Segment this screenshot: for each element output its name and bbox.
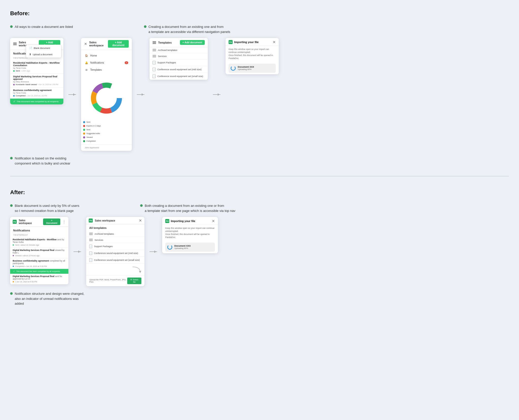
template-item-support[interactable]: 📄 Support Packages <box>150 59 208 66</box>
after-status-dot-3 <box>13 266 14 267</box>
three-dots-icon[interactable]: ⋮ <box>62 220 66 224</box>
legend-dot-suggested <box>83 133 85 135</box>
doc-name: Document XXX <box>238 66 254 68</box>
before-mockup3-title: Templates <box>158 41 172 44</box>
annotation-dot2 <box>144 25 146 28</box>
template-item-archived[interactable]: Archived templates <box>150 47 208 53</box>
after-notif-item-2: Digital Marketing Services Proposal fina… <box>10 248 68 258</box>
notif-item-1: Residential Habilitation Experts - Workf… <box>10 60 63 74</box>
after-status-dot-extra <box>13 281 14 282</box>
close-icon[interactable]: ✕ <box>84 42 87 46</box>
after-annotation-dot1 <box>10 204 13 207</box>
after-annotation3: Notification structure and design were c… <box>10 291 86 306</box>
after-notif-date: YESTERDAY <box>10 233 68 237</box>
legend-viewed: Viewed <box>83 136 130 138</box>
after-notif-meta-1: Sent • about 10 minutes ago <box>13 244 66 246</box>
import-close-icon[interactable]: ✕ <box>273 40 276 44</box>
before-mockup2-add-btn[interactable]: + Add document <box>108 40 129 48</box>
progress-spinner <box>231 66 236 71</box>
after-template-support[interactable]: 📄 Support Packages <box>86 243 144 250</box>
after-mockup2: Pd Sales workspace ✕ All templates Archi… <box>86 217 144 286</box>
after-template-archived[interactable]: Archived templates <box>86 231 144 237</box>
after-template-services[interactable]: Services <box>86 237 144 243</box>
folder-icon-archived <box>153 49 156 51</box>
nav-list: 🏠 Home 🔔 Notifications 4 ⊞ Templates <box>81 50 132 75</box>
after-import-header: Pd Importing your file ✕ <box>162 217 218 225</box>
upload-pct: Uploading 80% <box>238 68 254 70</box>
notif-doc-by-3: by Taras Kuba <box>13 92 60 94</box>
doc-icon-support: 📄 <box>153 61 156 64</box>
after-status-dot-1 <box>13 244 14 246</box>
chart-legend: Sent Expires in 3 days Sent Suggested ed… <box>81 121 132 144</box>
nav-item-home[interactable]: 🏠 Home <box>81 52 132 59</box>
after-annotation1: Blank document is used only by 5% of use… <box>10 203 79 213</box>
before-mockup1: Sales workspace + Add document Notificat… <box>10 38 63 104</box>
select-file-btn[interactable]: ⬆ Select file <box>127 278 141 284</box>
after-import-close[interactable]: ✕ <box>212 219 215 223</box>
template-item-services[interactable]: Services <box>150 53 208 59</box>
after-doc-icon-conf-mid: 📄 <box>89 251 92 255</box>
donut-chart <box>83 77 130 119</box>
after-annotation-dot2 <box>140 204 143 207</box>
notif-doc-by-1: by Taras Kuba <box>13 67 60 69</box>
template-icon: ⊞ <box>85 68 88 71</box>
after-notif-title-2: Digital Marketing Services Proposal fina… <box>13 249 66 254</box>
after-arrow-line-2 <box>150 251 157 252</box>
notif-badge: 4 <box>125 61 128 64</box>
after-doc-name: Document XXX <box>174 245 191 247</box>
notif-status-3: Completed • Jun 19, 2023 at 1:30 PM <box>13 95 60 97</box>
after-template-conf-small[interactable]: 📄 Conference sound equipment set (small … <box>86 257 144 264</box>
after-template-conf-mid[interactable]: 📄 Conference sound equipment set (mid si… <box>86 250 144 257</box>
notif-doc-title-2: Digital Marketing Services Proposal fina… <box>13 75 60 80</box>
notif-completed-bar: ✓ This document was completed by all rec… <box>10 99 63 104</box>
arrow-2 <box>137 94 144 95</box>
before-annotation3: Notification is based on the existing co… <box>10 156 86 166</box>
arrow-line-3 <box>213 94 220 95</box>
notif-doc-title-1: Residential Habilitation Experts - Workf… <box>13 62 60 67</box>
legend-dot-sent <box>83 121 85 123</box>
arrow-line-2 <box>137 94 144 95</box>
before-annotation1: All ways to create a document are listed <box>10 24 73 34</box>
before-mockups-row: Sales workspace + Add document Notificat… <box>10 38 509 151</box>
doc-icon-conf-small: 📄 <box>153 75 156 78</box>
import-subtitle: Keep this window open so your import can… <box>226 46 279 62</box>
after-progress-text: Document XXX Uploading 80% <box>174 245 191 249</box>
templates-list: Archived templates Services 📄 Support Pa… <box>150 47 208 80</box>
after-mockups-row: Pd Sales workspace + Document ⋮ Notifica… <box>10 217 509 286</box>
dropdown-item-upload[interactable]: ⬆ Upload a document <box>26 51 61 58</box>
legend-dot-viewed <box>83 136 85 138</box>
before-mockup3-add-btn[interactable]: + Add document <box>180 40 205 45</box>
after-arrow-2 <box>150 251 157 252</box>
dropdown-item-blank[interactable]: 📄 Blank document <box>26 45 61 51</box>
after-folder-icon-archived <box>89 232 93 235</box>
after-import-title: Importing your file <box>171 220 195 223</box>
after-mockup1: Pd Sales workspace + Document ⋮ Notifica… <box>10 217 68 284</box>
after-notif-extra-meta: • Jun 19, 2023 at 5:30 PM <box>13 281 66 283</box>
after-close-icon2[interactable]: ✕ <box>139 218 142 223</box>
after-doc-btn[interactable]: + Document <box>43 218 60 225</box>
hamburger-icon-3[interactable] <box>153 41 156 44</box>
after-pd-logo3: Pd <box>165 219 169 223</box>
nav-item-templates[interactable]: ⊞ Templates <box>81 66 132 73</box>
after-templates-list: Archived templates Services 📄 Support Pa… <box>86 231 144 264</box>
legend-suggested: Suggested edits <box>83 132 130 135</box>
notif-item-3: Business confidentiality agreement by Ta… <box>10 87 63 99</box>
status-dot-viewed <box>13 84 15 85</box>
legend-dot-expires <box>83 125 85 127</box>
after-notif-item-1: Residential Habilitation Experts - Workf… <box>10 237 68 248</box>
mockup1-container: Sales workspace + Add document Notificat… <box>10 38 63 104</box>
before-annotation2: Creating a document from an existing one… <box>144 24 230 34</box>
import-progress-bar: Document XXX Uploading 80% <box>229 64 276 73</box>
after-annotations-top: Blank document is used only by 5% of use… <box>10 203 509 213</box>
legend-completed: Completed <box>83 140 130 142</box>
legend-expires: Expires in 3 days <box>83 125 130 127</box>
template-item-conf-mid[interactable]: 📄 Conference sound equipment set (mid si… <box>150 66 208 73</box>
notif-item-2: Digital Marketing Services Proposal fina… <box>10 74 63 87</box>
template-item-conf-small[interactable]: 📄 Conference sound equipment set (small … <box>150 73 208 80</box>
hamburger-icon[interactable] <box>13 43 17 45</box>
after-annotation2: Both creating a document from an existin… <box>140 203 235 213</box>
legend-sent: Sent <box>83 121 130 123</box>
legend-dot-completed <box>83 140 85 142</box>
after-mockup3: Pd Importing your file ✕ Keep this windo… <box>162 217 218 253</box>
nav-item-notifications[interactable]: 🔔 Notifications 4 <box>81 59 132 66</box>
